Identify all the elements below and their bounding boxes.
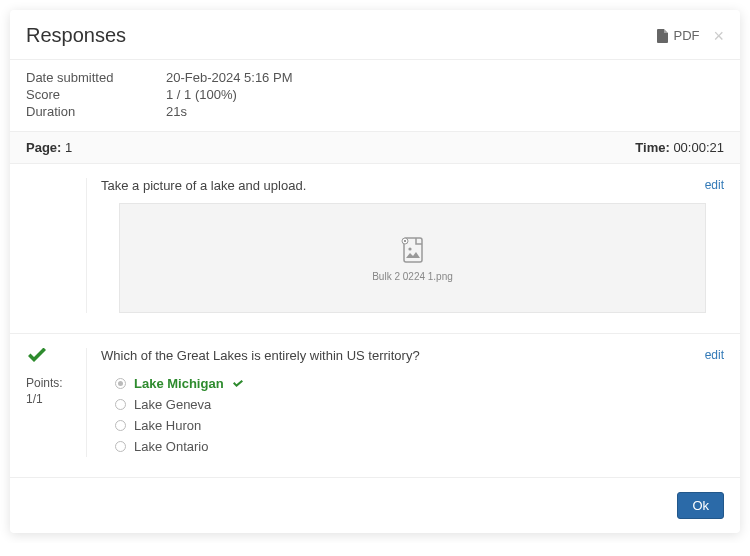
close-icon[interactable]: × (713, 27, 724, 45)
meta-value-duration: 21s (166, 104, 187, 119)
question-2-sidebar: Points: 1/1 (26, 348, 86, 457)
upload-preview: Bulk 2 0224 1.png (119, 203, 706, 313)
points-label: Points: (26, 376, 63, 390)
ok-button[interactable]: Ok (677, 492, 724, 519)
option-lake-ontario[interactable]: Lake Ontario (101, 436, 724, 457)
footer: Ok (10, 478, 740, 519)
time-label: Time: (635, 140, 669, 155)
page-title: Responses (26, 24, 657, 47)
question-1: edit Take a picture of a lake and upload… (10, 164, 740, 334)
question-1-text: Take a picture of a lake and upload. (101, 178, 724, 193)
correct-check-icon (26, 348, 48, 366)
page-bar: Page: 1 Time: 00:00:21 (10, 132, 740, 164)
file-icon (657, 29, 669, 43)
option-label: Lake Michigan (134, 376, 224, 391)
radio-icon (115, 441, 126, 452)
question-2-text: Which of the Great Lakes is entirely wit… (101, 348, 724, 363)
meta-block: Date submitted 20-Feb-2024 5:16 PM Score… (10, 60, 740, 132)
question-2-body: edit Which of the Great Lakes is entirel… (86, 348, 724, 457)
option-lake-michigan[interactable]: Lake Michigan (101, 373, 724, 394)
option-label: Lake Geneva (134, 397, 211, 412)
meta-value-score: 1 / 1 (100%) (166, 87, 237, 102)
points-block: Points: 1/1 (26, 376, 86, 407)
panel-header: Responses PDF × (10, 10, 740, 60)
page-label: Page: (26, 140, 61, 155)
radio-icon (115, 399, 126, 410)
meta-row-duration: Duration 21s (26, 104, 724, 119)
edit-link-q2[interactable]: edit (705, 348, 724, 362)
meta-label-duration: Duration (26, 104, 166, 119)
radio-icon (115, 378, 126, 389)
meta-label-score: Score (26, 87, 166, 102)
meta-label-date: Date submitted (26, 70, 166, 85)
option-label: Lake Huron (134, 418, 201, 433)
page-number: 1 (65, 140, 72, 155)
edit-link-q1[interactable]: edit (705, 178, 724, 192)
check-icon (232, 379, 244, 389)
option-label: Lake Ontario (134, 439, 208, 454)
upload-filename: Bulk 2 0224 1.png (372, 271, 453, 282)
points-value: 1/1 (26, 392, 43, 406)
meta-value-date: 20-Feb-2024 5:16 PM (166, 70, 292, 85)
question-1-sidebar (26, 178, 86, 313)
meta-row-date: Date submitted 20-Feb-2024 5:16 PM (26, 70, 724, 85)
svg-point-0 (408, 247, 411, 250)
responses-panel: Responses PDF × Date submitted 20-Feb-20… (10, 10, 740, 533)
question-1-body: edit Take a picture of a lake and upload… (86, 178, 724, 313)
broken-image-icon (398, 235, 428, 265)
option-lake-huron[interactable]: Lake Huron (101, 415, 724, 436)
meta-row-score: Score 1 / 1 (100%) (26, 87, 724, 102)
page-bar-left: Page: 1 (26, 140, 635, 155)
pdf-button[interactable]: PDF (657, 28, 699, 43)
page-bar-right: Time: 00:00:21 (635, 140, 724, 155)
time-value: 00:00:21 (673, 140, 724, 155)
question-2: Points: 1/1 edit Which of the Great Lake… (10, 334, 740, 478)
pdf-label: PDF (673, 28, 699, 43)
radio-icon (115, 420, 126, 431)
option-lake-geneva[interactable]: Lake Geneva (101, 394, 724, 415)
